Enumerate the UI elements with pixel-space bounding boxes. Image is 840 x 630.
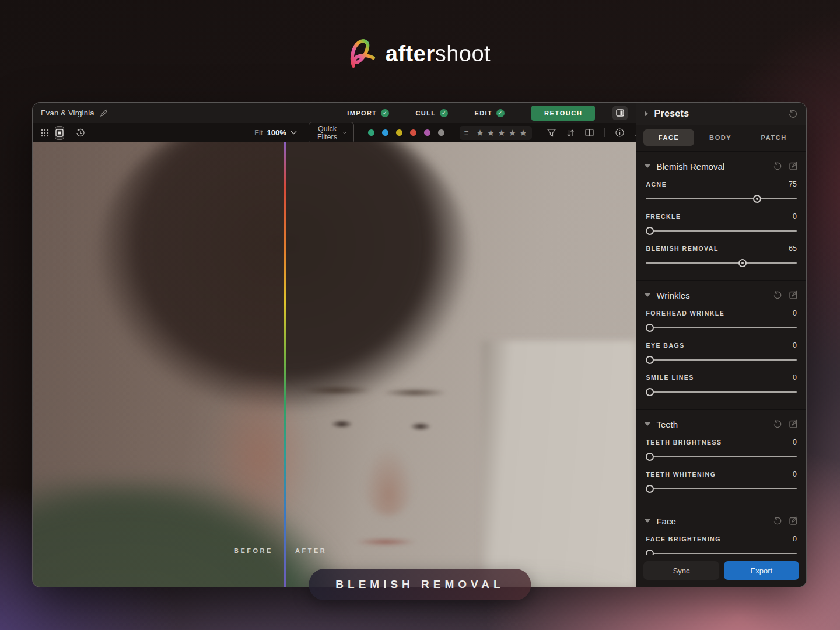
color-label-dot[interactable] xyxy=(368,130,374,136)
slider-track[interactable] xyxy=(646,453,797,461)
section-header[interactable]: Teeth xyxy=(645,415,798,433)
equals-filter-icon[interactable]: = xyxy=(464,128,473,137)
project-name: Evan & Virginia xyxy=(41,108,94,117)
section-reset-icon[interactable] xyxy=(773,290,782,300)
slider-knob[interactable] xyxy=(646,227,654,235)
slider-label: TEETH WHITENING xyxy=(646,471,716,478)
star-rating[interactable]: ★★★★★ xyxy=(476,128,527,138)
photo-eyes xyxy=(301,414,453,435)
toolbar-separator xyxy=(604,128,605,137)
section-edit-icon[interactable] xyxy=(789,290,798,299)
single-view-button[interactable] xyxy=(55,126,64,140)
aftershoot-logo-icon xyxy=(349,38,376,69)
slider-freckle: FRECKLE0 xyxy=(646,212,797,235)
step-cull[interactable]: CULL ✓ xyxy=(402,109,461,117)
slider-knob[interactable] xyxy=(646,388,654,396)
color-label-dot[interactable] xyxy=(424,130,430,136)
tab-face[interactable]: FACE xyxy=(643,130,694,146)
step-import[interactable]: IMPORT ✓ xyxy=(334,109,402,117)
quick-filters-dropdown[interactable]: Quick Filters xyxy=(309,122,354,144)
section-title: Blemish Removal xyxy=(656,162,767,172)
sidebar-actions: Sync Export xyxy=(636,555,806,587)
sort-arrows-icon[interactable] xyxy=(566,129,575,137)
brand-word-light: shoot xyxy=(435,41,491,66)
section-reset-icon[interactable] xyxy=(773,516,782,526)
slider-track[interactable] xyxy=(646,485,797,493)
slider-value: 0 xyxy=(793,470,797,478)
chevron-down-icon xyxy=(343,131,346,135)
compare-columns-icon[interactable] xyxy=(585,129,594,136)
rating-filter-group: = ★★★★★ xyxy=(460,126,532,140)
star-icon[interactable]: ★ xyxy=(487,128,495,138)
project-name-group: Evan & Virginia xyxy=(41,108,108,117)
slider-track[interactable] xyxy=(646,550,797,555)
section-edit-icon[interactable] xyxy=(789,516,798,525)
presets-header: Presets xyxy=(636,103,806,125)
single-image-icon xyxy=(55,129,64,137)
section-collapse-icon[interactable] xyxy=(645,519,650,523)
grid-view-button[interactable] xyxy=(41,126,49,140)
before-label: BEFORE xyxy=(234,547,273,554)
star-icon[interactable]: ★ xyxy=(519,128,527,138)
preset-sections: Blemish RemovalACNE75FRECKLE0BLEMISH REM… xyxy=(636,151,806,555)
slider-knob[interactable] xyxy=(646,550,654,555)
slider-label: ACNE xyxy=(646,181,667,188)
step-import-label: IMPORT xyxy=(347,110,377,117)
slider-track[interactable] xyxy=(646,356,797,364)
collapse-chevron-icon[interactable] xyxy=(645,111,648,117)
filter-funnel-icon[interactable] xyxy=(547,129,556,137)
slider-knob[interactable] xyxy=(646,356,654,364)
slider-track[interactable] xyxy=(646,324,797,332)
color-label-dot[interactable] xyxy=(438,130,444,136)
section-face: FaceFACE BRIGHTENING0FACE SMOOTHENING0EY… xyxy=(636,506,806,555)
section-title: Teeth xyxy=(656,419,767,429)
star-icon[interactable]: ★ xyxy=(509,128,516,138)
section-teeth: TeethTEETH BRIGHTNESS0TEETH WHITENING0 xyxy=(636,409,806,506)
history-button[interactable] xyxy=(76,126,85,140)
panel-toggle-button[interactable] xyxy=(612,106,628,120)
reset-all-icon[interactable] xyxy=(788,109,798,119)
section-header[interactable]: Blemish Removal xyxy=(645,158,798,175)
star-icon[interactable]: ★ xyxy=(476,128,484,138)
history-icon xyxy=(76,128,85,138)
slider-track[interactable] xyxy=(646,388,797,396)
tab-body[interactable]: BODY xyxy=(695,130,746,146)
color-label-dot[interactable] xyxy=(410,130,416,136)
section-reset-icon[interactable] xyxy=(773,162,782,171)
section-wrinkles: WrinklesFOREHEAD WRINKLE0EYE BAGS0SMILE … xyxy=(636,280,806,409)
slider-value: 75 xyxy=(789,180,797,188)
section-header[interactable]: Wrinkles xyxy=(645,286,798,304)
zoom-value: 100% xyxy=(267,128,286,137)
slider-knob[interactable] xyxy=(738,259,747,267)
color-label-dot[interactable] xyxy=(382,130,388,136)
section-collapse-icon[interactable] xyxy=(645,164,650,168)
slider-value: 0 xyxy=(793,373,797,382)
slider-knob[interactable] xyxy=(753,195,761,203)
section-header[interactable]: Face xyxy=(645,512,798,530)
export-button[interactable]: Export xyxy=(724,561,799,580)
slider-eye-bags: EYE BAGS0 xyxy=(646,341,797,364)
retouch-button[interactable]: RETOUCH xyxy=(531,106,595,121)
star-icon[interactable]: ★ xyxy=(498,128,505,138)
slider-knob[interactable] xyxy=(646,485,654,493)
slider-track[interactable] xyxy=(646,227,797,235)
section-collapse-icon[interactable] xyxy=(645,422,650,426)
slider-knob[interactable] xyxy=(646,453,654,461)
slider-track[interactable] xyxy=(646,195,797,203)
section-edit-icon[interactable] xyxy=(789,162,798,170)
section-edit-icon[interactable] xyxy=(789,419,798,428)
info-icon[interactable] xyxy=(615,128,624,137)
section-collapse-icon[interactable] xyxy=(645,293,650,297)
step-edit[interactable]: EDIT ✓ xyxy=(461,109,517,117)
edit-project-icon[interactable] xyxy=(100,109,108,117)
sync-button[interactable]: Sync xyxy=(643,561,719,580)
presets-sidebar: Presets FACEBODYPATCH Blemish RemovalACN… xyxy=(636,103,806,587)
tab-patch[interactable]: PATCH xyxy=(748,130,799,146)
color-label-dot[interactable] xyxy=(396,130,402,136)
slider-track[interactable] xyxy=(646,259,797,267)
brand-wordmark: aftershoot xyxy=(386,41,491,66)
section-reset-icon[interactable] xyxy=(773,419,782,429)
slider-knob[interactable] xyxy=(646,324,654,332)
before-after-split-line[interactable] xyxy=(284,142,286,587)
zoom-fit-control[interactable]: Fit 100% xyxy=(254,128,297,137)
